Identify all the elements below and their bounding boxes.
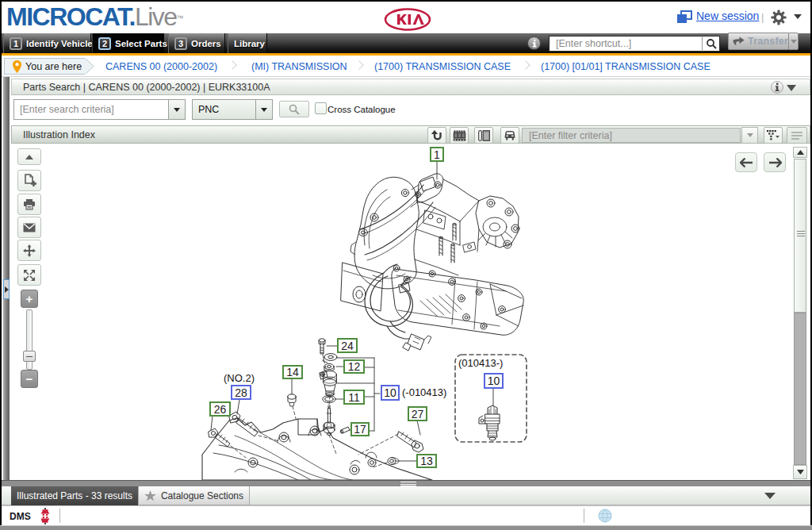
filter-input[interactable]: [Enter filter criteria] (522, 128, 741, 143)
tab-number-badge: 2 (98, 37, 111, 50)
return-button[interactable] (427, 127, 446, 144)
parts-search-titlebar: Parts Search | CARENS 00 (2000-2002) | E… (11, 79, 810, 95)
tab-identify-vehicle[interactable]: 1 Identify Vehicle (3, 33, 91, 53)
tab-orders[interactable]: 3 Orders (168, 33, 225, 53)
microcat-logo: MICROCAT.Live™ (6, 2, 184, 32)
transfer-arrow-icon (733, 36, 745, 47)
search-type-dropdown-button[interactable] (255, 99, 273, 120)
transfer-button[interactable]: Transfer (728, 33, 788, 50)
breadcrumb-item-vehicle[interactable]: CARENS 00 (2000-2002) (105, 61, 217, 72)
callout-24[interactable]: 24 (337, 338, 358, 353)
vehicle-view-button[interactable] (500, 127, 519, 144)
tab-number-badge: 3 (174, 37, 187, 50)
new-window-button[interactable] (17, 170, 41, 191)
print-button[interactable] (17, 194, 41, 215)
callout-17[interactable]: 17 (350, 422, 370, 436)
callout-14[interactable]: 14 (282, 365, 303, 379)
email-button[interactable] (17, 217, 41, 238)
tab-label: Library (234, 39, 265, 48)
tab-label: Orders (191, 39, 221, 48)
logo-microcat-text: MICROCAT. (6, 2, 135, 31)
list-view-button[interactable] (787, 127, 807, 144)
tab-label: Catalogue Sections (161, 490, 243, 501)
next-illustration-button[interactable] (764, 152, 786, 172)
new-session-icon[interactable] (677, 10, 692, 24)
settings-gear-icon[interactable] (771, 10, 787, 25)
scroll-down-button[interactable] (793, 465, 807, 479)
arrow-right-icon (768, 158, 782, 167)
breadcrumb-item-group[interactable]: (1700) TRANSMISSION CASE (374, 61, 511, 72)
collapse-toolbar-button[interactable] (17, 148, 41, 165)
pan-button[interactable] (17, 240, 41, 261)
illustration-index-title: Illustration Index (23, 129, 95, 140)
zoom-out-button[interactable]: − (21, 370, 38, 388)
callout-10-after[interactable]: 10 (484, 373, 504, 389)
zoom-in-button[interactable]: + (21, 290, 38, 308)
breadcrumb-item-illustration[interactable]: (1700) [01/01] TRANSMISSION CASE (541, 61, 710, 72)
shortcut-input[interactable]: [Enter shortcut...] (549, 36, 702, 52)
filter-button[interactable] (764, 127, 783, 144)
scrollbar-track[interactable] (794, 313, 806, 465)
tab-illustrated-parts[interactable]: Illustrated Parts - 33 results (11, 486, 138, 505)
thumbnail-view-button[interactable] (450, 127, 469, 144)
scrollbar-thumb[interactable] (794, 159, 806, 313)
left-panel-expand-handle[interactable] (3, 279, 10, 299)
callout-10-before[interactable]: 10 (381, 385, 400, 401)
callout-12[interactable]: 12 (343, 359, 365, 374)
vertical-scrollbar[interactable] (793, 144, 807, 480)
callout-28[interactable]: 28 (231, 385, 251, 400)
settings-caret-icon[interactable] (794, 14, 802, 19)
arrow-up-icon (797, 150, 804, 155)
callout-26[interactable]: 26 (209, 401, 231, 417)
horizontal-splitter[interactable] (2, 480, 810, 486)
cross-catalogue-checkbox[interactable] (315, 102, 327, 114)
search-type-select[interactable]: PNC (192, 99, 273, 120)
parts-search-button[interactable] (279, 101, 309, 117)
previous-illustration-button[interactable] (735, 152, 757, 172)
shortcut-search-button[interactable] (702, 36, 720, 52)
car-icon (503, 130, 517, 141)
scroll-up-button[interactable] (793, 147, 807, 158)
illustration-canvas: 1 24 12 14 28 26 11 10 17 27 13 10 (NO.2… (11, 144, 796, 480)
kia-logo (384, 8, 431, 31)
arrow-up-icon (25, 154, 34, 160)
tab-label: Select Parts (115, 39, 167, 48)
search-criteria-input[interactable]: [Enter search criteria] (13, 99, 168, 120)
parts-search-collapse-icon[interactable] (787, 85, 796, 91)
tab-list-caret-icon[interactable] (764, 493, 776, 499)
filter-dropdown-button[interactable] (741, 127, 758, 144)
fit-screen-button[interactable] (17, 264, 41, 286)
pan-arrows-icon (23, 244, 36, 257)
callout-1[interactable]: 1 (430, 147, 444, 162)
search-icon (289, 104, 300, 115)
breadcrumb-separator-icon (521, 60, 530, 69)
callout-11[interactable]: 11 (343, 390, 365, 405)
parts-search-info-icon[interactable] (771, 81, 783, 94)
header-separator: | (761, 11, 764, 23)
split-view-button[interactable] (474, 127, 493, 144)
new-session-link[interactable]: New session (696, 10, 759, 22)
star-icon (144, 490, 156, 501)
window-border (0, 0, 2, 527)
dms-label: DMS (10, 511, 31, 522)
search-criteria-dropdown-button[interactable] (168, 99, 186, 120)
tab-catalogue-sections[interactable]: Catalogue Sections (138, 486, 250, 505)
expand-icon (23, 269, 36, 282)
note-before-date: (-010413) (402, 386, 446, 398)
tab-library[interactable]: Library (228, 33, 267, 53)
left-panel-splitter[interactable] (3, 77, 10, 480)
page-plus-icon (23, 174, 36, 187)
return-arrow-icon (431, 129, 443, 141)
dms-connection-icon (40, 508, 51, 524)
callout-27[interactable]: 27 (408, 406, 427, 421)
split-panel-icon (478, 130, 490, 141)
transfer-caret-button[interactable] (788, 33, 799, 50)
tab-select-parts[interactable]: 2 Select Parts (92, 33, 164, 53)
shortcut-info-icon[interactable] (527, 36, 541, 50)
list-icon (791, 131, 803, 140)
callout-13[interactable]: 13 (416, 454, 437, 468)
breadcrumb-item-section[interactable]: (MI) TRANSMISSION (251, 61, 347, 72)
zoom-slider-handle[interactable] (23, 351, 36, 362)
parts-search-row: [Enter search criteria] PNC Cross Catalo… (11, 95, 810, 125)
search-criteria-combo[interactable]: [Enter search criteria] (13, 99, 186, 120)
